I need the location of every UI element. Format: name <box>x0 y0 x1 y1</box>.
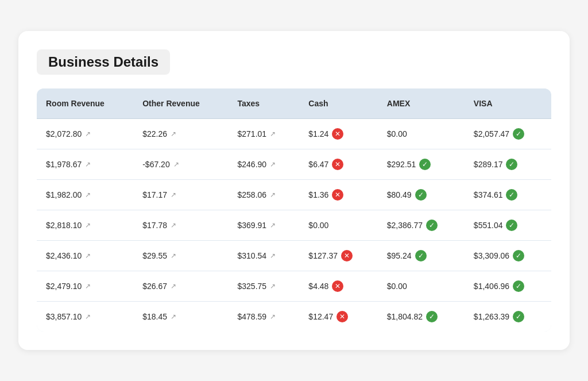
cash-cell: $1.36✕ <box>299 180 377 210</box>
amex-cell: $2,386.77✓ <box>378 210 465 241</box>
amex-status-success-icon: ✓ <box>415 189 427 201</box>
other-revenue-value: $18.45 <box>142 312 167 321</box>
taxes-value: $369.91 <box>237 221 266 230</box>
other-revenue-cell: $29.55↗ <box>133 241 228 271</box>
table-header-amex: AMEX <box>378 88 465 119</box>
room-revenue-value: $2,818.10 <box>46 221 82 230</box>
amex-cell: $0.00 <box>378 271 465 302</box>
taxes-value: $478.59 <box>237 312 266 321</box>
taxes-expand-icon[interactable]: ↗ <box>270 221 276 229</box>
page-title: Business Details <box>37 49 170 75</box>
room-revenue-value: $1,982.00 <box>46 190 82 199</box>
amex-cell: $1,804.82✓ <box>378 302 465 332</box>
visa-cell: $1,406.96✓ <box>465 271 551 302</box>
room-revenue-cell: $2,072.80↗ <box>37 119 133 149</box>
business-details-table: Room RevenueOther RevenueTaxesCashAMEXVI… <box>37 88 551 332</box>
table-header-room-revenue: Room Revenue <box>37 88 133 119</box>
taxes-expand-icon[interactable]: ↗ <box>270 252 276 260</box>
taxes-cell: $478.59↗ <box>228 302 299 332</box>
taxes-expand-icon[interactable]: ↗ <box>270 160 276 168</box>
cash-value: $1.24 <box>308 129 328 138</box>
taxes-expand-icon[interactable]: ↗ <box>270 130 276 138</box>
room-revenue-cell: $2,479.10↗ <box>37 271 133 302</box>
visa-value: $3,309.06 <box>474 251 509 260</box>
other-revenue-expand-icon[interactable]: ↗ <box>171 252 176 260</box>
cash-cell: $6.47✕ <box>299 149 377 180</box>
other-revenue-cell: -$67.20↗ <box>133 149 228 180</box>
table-row: $2,818.10↗$17.78↗$369.91↗$0.00$2,386.77✓… <box>37 210 551 241</box>
taxes-cell: $369.91↗ <box>228 210 299 241</box>
visa-cell: $289.17✓ <box>465 149 551 180</box>
cash-cell: $1.24✕ <box>299 119 377 149</box>
taxes-cell: $258.06↗ <box>228 180 299 210</box>
cash-status-error-icon: ✕ <box>341 250 353 261</box>
other-revenue-value: $29.55 <box>142 251 167 260</box>
room-revenue-expand-icon[interactable]: ↗ <box>85 313 91 321</box>
other-revenue-expand-icon[interactable]: ↗ <box>171 191 176 199</box>
amex-cell: $292.51✓ <box>378 149 465 180</box>
other-revenue-value: $26.67 <box>142 282 167 291</box>
amex-value: $0.00 <box>387 129 407 138</box>
visa-cell: $1,263.39✓ <box>465 302 551 332</box>
other-revenue-value: -$67.20 <box>142 160 169 169</box>
visa-cell: $551.04✓ <box>465 210 551 241</box>
amex-status-success-icon: ✓ <box>419 159 431 170</box>
cash-cell: $12.47✕ <box>299 302 377 332</box>
visa-status-success-icon: ✓ <box>513 311 524 322</box>
cash-value: $6.47 <box>308 160 328 169</box>
visa-value: $551.04 <box>474 221 503 230</box>
room-revenue-value: $1,978.67 <box>46 160 82 169</box>
room-revenue-expand-icon[interactable]: ↗ <box>85 130 91 138</box>
visa-status-success-icon: ✓ <box>506 159 517 170</box>
amex-cell: $80.49✓ <box>378 180 465 210</box>
amex-value: $80.49 <box>387 190 412 199</box>
other-revenue-cell: $18.45↗ <box>133 302 228 332</box>
other-revenue-value: $22.26 <box>142 129 167 138</box>
cash-cell: $127.37✕ <box>299 241 377 271</box>
taxes-expand-icon[interactable]: ↗ <box>270 313 276 321</box>
amex-value: $0.00 <box>387 282 407 291</box>
taxes-cell: $271.01↗ <box>228 119 299 149</box>
other-revenue-expand-icon[interactable]: ↗ <box>171 221 176 229</box>
cash-cell: $0.00 <box>299 210 377 241</box>
room-revenue-expand-icon[interactable]: ↗ <box>85 160 91 168</box>
taxes-value: $246.90 <box>237 160 266 169</box>
amex-value: $292.51 <box>387 160 416 169</box>
room-revenue-value: $2,479.10 <box>46 282 82 291</box>
amex-status-success-icon: ✓ <box>415 250 427 261</box>
other-revenue-expand-icon[interactable]: ↗ <box>171 313 176 321</box>
cash-status-error-icon: ✕ <box>332 128 343 140</box>
cash-value: $0.00 <box>308 221 328 230</box>
other-revenue-cell: $26.67↗ <box>133 271 228 302</box>
table-row: $1,982.00↗$17.17↗$258.06↗$1.36✕$80.49✓$3… <box>37 180 551 210</box>
amex-value: $1,804.82 <box>387 312 423 321</box>
visa-value: $374.61 <box>474 190 503 199</box>
room-revenue-cell: $1,982.00↗ <box>37 180 133 210</box>
visa-status-success-icon: ✓ <box>513 250 524 261</box>
table-row: $2,072.80↗$22.26↗$271.01↗$1.24✕$0.00$2,0… <box>37 119 551 149</box>
other-revenue-expand-icon[interactable]: ↗ <box>173 160 179 168</box>
visa-status-success-icon: ✓ <box>513 280 524 292</box>
visa-status-success-icon: ✓ <box>513 128 524 140</box>
amex-cell: $0.00 <box>378 119 465 149</box>
amex-status-success-icon: ✓ <box>426 311 438 322</box>
taxes-expand-icon[interactable]: ↗ <box>270 191 276 199</box>
other-revenue-expand-icon[interactable]: ↗ <box>171 282 176 290</box>
room-revenue-expand-icon[interactable]: ↗ <box>85 191 91 199</box>
room-revenue-cell: $2,818.10↗ <box>37 210 133 241</box>
room-revenue-expand-icon[interactable]: ↗ <box>85 282 91 290</box>
room-revenue-expand-icon[interactable]: ↗ <box>85 221 91 229</box>
room-revenue-cell: $3,857.10↗ <box>37 302 133 332</box>
taxes-value: $258.06 <box>237 190 266 199</box>
room-revenue-expand-icon[interactable]: ↗ <box>85 252 91 260</box>
other-revenue-cell: $17.78↗ <box>133 210 228 241</box>
table-row: $2,479.10↗$26.67↗$325.75↗$4.48✕$0.00$1,4… <box>37 271 551 302</box>
other-revenue-expand-icon[interactable]: ↗ <box>171 130 176 138</box>
room-revenue-value: $2,436.10 <box>46 251 82 260</box>
visa-status-success-icon: ✓ <box>506 220 517 231</box>
other-revenue-cell: $22.26↗ <box>133 119 228 149</box>
cash-status-error-icon: ✕ <box>332 189 343 201</box>
room-revenue-cell: $1,978.67↗ <box>37 149 133 180</box>
cash-value: $127.37 <box>308 251 338 260</box>
taxes-expand-icon[interactable]: ↗ <box>270 282 276 290</box>
